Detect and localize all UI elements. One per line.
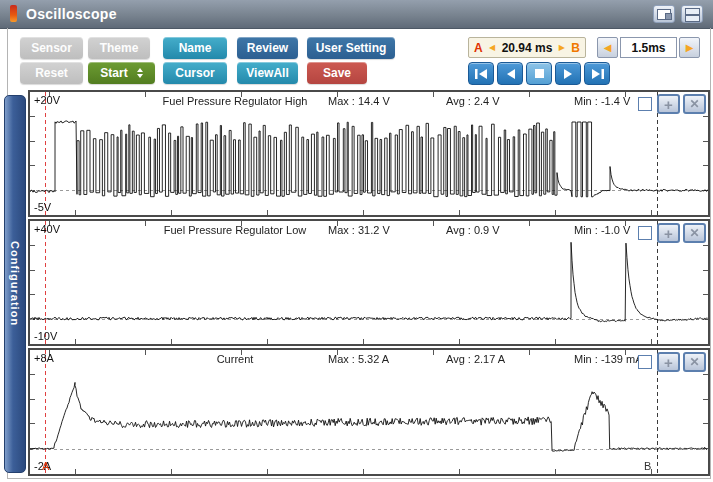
oscilloscope-window: Oscilloscope Sensor Theme Name Review Us… [0, 0, 713, 482]
channel-name: Fuel Pressure Regulator High [135, 95, 335, 107]
cursor-a-label: A [474, 41, 483, 55]
scope-panel-low: +40V -10V Fuel Pressure Regulator Low Ma… [28, 219, 710, 346]
scale-top-label: +8A [34, 352, 54, 364]
arrow-right-icon: ▶ [559, 43, 565, 52]
channel-checkbox[interactable] [638, 226, 652, 240]
channel-max: Max : 14.4 V [328, 95, 390, 107]
name-button[interactable]: Name [163, 37, 227, 59]
channel-max: Max : 31.2 V [328, 224, 390, 236]
configuration-tab-label: Configuration [9, 241, 21, 326]
scale-bottom-label: -10V [34, 330, 57, 342]
user-setting-button[interactable]: User Setting [307, 37, 395, 59]
reset-button[interactable]: Reset [20, 62, 83, 84]
review-button[interactable]: Review [237, 37, 298, 59]
channel-min: Min : -1.4 V [574, 95, 630, 107]
ab-time-value: 20.94 ms [502, 41, 553, 55]
cursor-b-label: B [571, 41, 580, 55]
window-title: Oscilloscope [26, 6, 117, 22]
zoom-plus-icon[interactable]: + [657, 94, 680, 114]
scale-bottom-label: -5V [34, 201, 51, 213]
waveform-canvas-low[interactable] [30, 221, 708, 344]
screenshot-icon[interactable] [653, 5, 675, 23]
channel-name: Fuel Pressure Regulator Low [135, 224, 335, 236]
zoom-plus-icon[interactable]: + [657, 223, 680, 243]
close-icon[interactable]: ✕ [683, 223, 706, 243]
step-back-icon[interactable] [497, 62, 523, 85]
viewall-button[interactable]: ViewAll [237, 62, 298, 84]
timebase-decrease-button[interactable]: ◀ [597, 37, 618, 58]
start-button[interactable]: Start [88, 62, 155, 84]
waveform-canvas-current[interactable] [30, 350, 708, 474]
close-icon[interactable]: ✕ [683, 94, 706, 114]
scale-top-label: +20V [34, 94, 60, 106]
spinner-arrows-icon [137, 68, 143, 78]
channel-checkbox[interactable] [638, 355, 652, 369]
app-logo-icon [10, 5, 17, 22]
channel-min: Min : -139 mA [574, 353, 642, 365]
configuration-tab[interactable]: Configuration [4, 95, 26, 473]
channel-checkbox[interactable] [638, 97, 652, 111]
sensor-button[interactable]: Sensor [20, 37, 83, 59]
close-icon[interactable]: ✕ [683, 352, 706, 372]
channel-avg: Avg : 2.4 V [446, 95, 500, 107]
timebase-increase-button[interactable]: ▶ [679, 37, 700, 58]
skip-start-icon[interactable] [468, 62, 494, 85]
timebase-value[interactable]: 1.5ms [620, 37, 677, 58]
theme-button[interactable]: Theme [88, 37, 150, 59]
skip-end-icon[interactable] [584, 62, 610, 85]
layout-icon[interactable] [681, 5, 703, 23]
scale-top-label: +40V [34, 223, 60, 235]
cursor-b-marker[interactable]: B [644, 460, 651, 472]
play-icon[interactable] [555, 62, 581, 85]
save-button[interactable]: Save [307, 62, 367, 84]
channel-min: Min : -1.0 V [574, 224, 630, 236]
channel-avg: Avg : 0.9 V [446, 224, 500, 236]
waveform-canvas-high[interactable] [30, 92, 708, 215]
ab-time-readout: A ◀ 20.94 ms ▶ B [468, 37, 586, 58]
stop-icon[interactable] [526, 62, 552, 85]
channel-max: Max : 5.32 A [328, 353, 389, 365]
channel-name: Current [135, 353, 335, 365]
arrow-left-icon: ◀ [489, 43, 495, 52]
channel-avg: Avg : 2.17 A [446, 353, 505, 365]
scope-panel-current: +8A -2A Current Max : 5.32 A Avg : 2.17 … [28, 348, 710, 476]
zoom-plus-icon[interactable]: + [657, 352, 680, 372]
start-button-label: Start [100, 66, 127, 80]
cursor-button[interactable]: Cursor [163, 62, 227, 84]
title-bar: Oscilloscope [0, 0, 713, 29]
scope-panel-high: +20V -5V Fuel Pressure Regulator High Ma… [28, 90, 710, 217]
cursor-a-marker[interactable]: A [42, 460, 49, 472]
transport-controls [468, 62, 610, 85]
